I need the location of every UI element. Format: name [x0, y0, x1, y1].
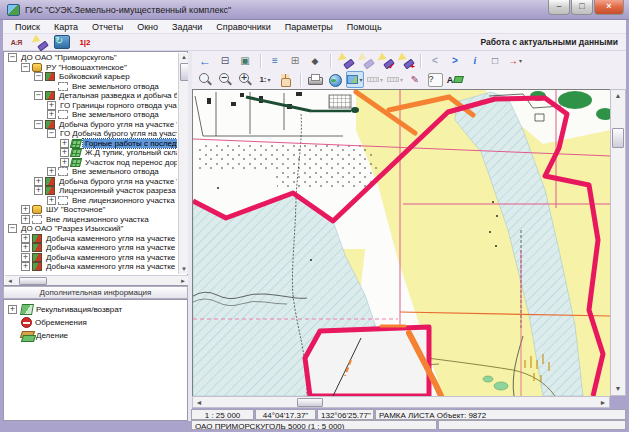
collapse-icon[interactable]: − [8, 224, 17, 233]
label-tool-button[interactable]: A [446, 71, 464, 88]
window-list-button[interactable]: □ [486, 52, 504, 69]
collapse-icon[interactable]: − [34, 91, 43, 100]
collapse-icon[interactable]: − [8, 53, 17, 62]
expand-icon[interactable]: + [34, 177, 43, 186]
scroll-down-icon[interactable]: ▼ [611, 383, 625, 395]
expand-icon[interactable]: + [60, 148, 69, 157]
search-flashlight-button[interactable] [29, 35, 49, 50]
draw-ruler-button[interactable]: ✎ [406, 71, 424, 88]
menu-item-задачи[interactable]: Задачи [165, 21, 209, 33]
help-button[interactable]: ? [426, 71, 444, 88]
info-item[interactable]: Деление [8, 329, 187, 342]
info-item[interactable]: +Рекультивация/возврат [8, 303, 187, 316]
tree-horizontal-scrollbar[interactable]: ◄ ► [5, 275, 188, 285]
expand-icon[interactable]: + [47, 110, 56, 119]
search-add-button[interactable]: + [396, 52, 414, 69]
tree-item[interactable]: −ДО ОАО "Разрез Изыхский" [5, 224, 177, 234]
search-inactive-button[interactable] [356, 52, 374, 69]
tree-hscroll-thumb[interactable] [19, 277, 47, 285]
expand-icon[interactable]: + [21, 253, 30, 262]
tree-item[interactable]: +Добыча каменного угля на участке 4 к [5, 262, 177, 272]
expand-icon[interactable]: + [21, 262, 30, 271]
tree-item[interactable]: +ШУ "Восточное" [5, 205, 177, 215]
tree-item[interactable]: +Вне лицензионного участка [5, 215, 177, 225]
tree-item[interactable]: Вне земельного отвода [5, 82, 177, 92]
menu-item-помощь[interactable]: Помощь [340, 21, 389, 33]
tree-item[interactable]: −ДО ОАО "Приморскуголь" [5, 53, 177, 63]
collapse-icon[interactable]: − [47, 129, 56, 138]
legend-panel-button[interactable]: ⊟ [216, 52, 234, 69]
additional-info-header[interactable]: Дополнительная информация [3, 286, 188, 299]
scroll-left-icon[interactable]: ◄ [5, 276, 15, 286]
tree-item[interactable]: +ГО Границы горного отвода участ [5, 101, 177, 111]
info-item[interactable]: Обременения [8, 316, 187, 329]
scroll-right-icon[interactable]: ► [178, 276, 188, 286]
close-button[interactable]: × [594, 0, 624, 15]
tree-item[interactable]: +Вне лицензионного участка [5, 196, 177, 206]
menu-item-карта[interactable]: Карта [47, 21, 85, 33]
tree-item[interactable]: −Бойковский карьер [5, 72, 177, 82]
tree-item[interactable]: +Лицензионный участок разреза "П [5, 186, 177, 196]
menu-item-окно[interactable]: Окно [130, 21, 165, 33]
expand-icon[interactable]: + [47, 167, 56, 176]
compare-12-button[interactable]: 1|2 [75, 35, 95, 50]
polygon-select-button[interactable]: ◆ [306, 52, 324, 69]
expand-icon[interactable]: + [21, 243, 30, 252]
search-button[interactable] [336, 52, 354, 69]
maximize-button[interactable]: □ [571, 0, 593, 15]
pan-hand-button[interactable] [276, 71, 294, 88]
expand-icon[interactable]: + [60, 139, 69, 148]
map-vscroll-thumb[interactable] [612, 128, 624, 148]
tree-item[interactable]: +Добыча каменного угля на участке 2 к [5, 243, 177, 253]
zoom-in-button[interactable]: + [236, 71, 254, 88]
tree-item[interactable]: +Горные работы с последую [5, 139, 177, 149]
tree-item[interactable]: −ГО Добыча бурого угля на участке [5, 129, 177, 139]
search-check-button[interactable]: ✓ [376, 52, 394, 69]
tree-item[interactable]: +Добыча бурого угля на участке "Се [5, 177, 177, 187]
prev-object-button[interactable]: < [426, 52, 444, 69]
menu-item-параметры[interactable]: Параметры [278, 21, 340, 33]
tree-item[interactable]: −Детальная разведка и добыча бур [5, 91, 177, 101]
sort-az-button[interactable]: А↓Я [6, 35, 26, 50]
expand-icon[interactable]: + [47, 101, 56, 110]
map-hscroll-thumb[interactable] [297, 398, 323, 407]
expand-icon[interactable]: + [8, 305, 17, 314]
tree-item[interactable]: +Участок под перенос дорог [5, 158, 177, 168]
refresh-window-button[interactable]: ↻ [52, 35, 72, 50]
image-view-button[interactable]: ▣ [236, 52, 254, 69]
menu-item-справочники[interactable]: Справочники [209, 21, 278, 33]
scale-select-button[interactable]: 1: [256, 71, 274, 88]
scroll-up-icon[interactable]: ▲ [611, 90, 625, 102]
expand-icon[interactable]: + [34, 186, 43, 195]
tree-item[interactable]: +Добыча каменного угля на участке 3 к [5, 253, 177, 263]
object-tree-button[interactable]: ⊞ [286, 52, 304, 69]
collapse-icon[interactable]: − [21, 63, 30, 72]
tree-item[interactable]: +Ж.Д тупик, угольный склад, [5, 148, 177, 158]
collapse-icon[interactable]: − [34, 72, 43, 81]
menu-item-поиск[interactable]: Поиск [8, 21, 47, 33]
globe-measure-button[interactable] [326, 71, 344, 88]
next-object-button[interactable]: > [446, 52, 464, 69]
tree-item[interactable]: −РУ "Новошахтинское" [5, 63, 177, 73]
scroll-right-icon[interactable]: ► [597, 397, 609, 408]
back-button[interactable]: ← [196, 52, 214, 69]
map-canvas[interactable] [192, 89, 610, 396]
object-info-button[interactable]: i [466, 52, 484, 69]
menu-item-отчеты[interactable]: Отчеты [85, 21, 130, 33]
map-horizontal-scrollbar[interactable]: ◄ ► [192, 396, 610, 408]
expand-icon[interactable]: + [47, 196, 56, 205]
collapse-icon[interactable]: − [34, 120, 43, 129]
zoom-box-button[interactable] [196, 71, 214, 88]
scroll-left-icon[interactable]: ◄ [193, 397, 205, 408]
tree-item[interactable]: +Вне земельного отвода [5, 110, 177, 120]
tree-item[interactable]: −Добыча бурого угля на участке "Се [5, 120, 177, 130]
expand-icon[interactable]: + [21, 205, 30, 214]
minimize-button[interactable]: – [548, 0, 570, 15]
expand-icon[interactable]: + [60, 158, 69, 167]
print-button[interactable] [306, 71, 324, 88]
expand-icon[interactable]: + [21, 234, 30, 243]
map-view-button[interactable] [346, 71, 364, 88]
expand-icon[interactable]: + [21, 215, 30, 224]
tree-item[interactable]: +Вне земельного отвода [5, 167, 177, 177]
layers-button[interactable]: ≡ [266, 52, 284, 69]
